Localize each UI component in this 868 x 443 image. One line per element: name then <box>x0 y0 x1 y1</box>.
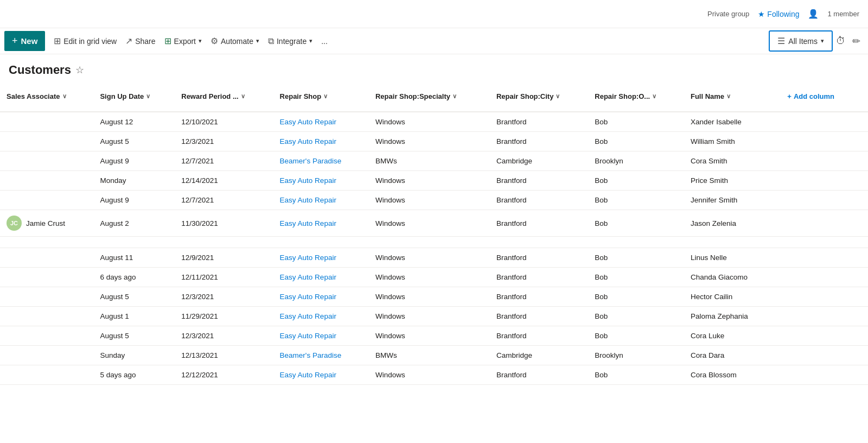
col-sort-sign-up-date[interactable]: Sign Up Date ∨ <box>100 92 150 100</box>
cell-add-column <box>774 268 868 287</box>
table-row <box>0 237 868 248</box>
table-container: Sales Associate ∨ Sign Up Date ∨ Reward … <box>0 81 868 442</box>
cell-sales-associate <box>0 151 93 171</box>
repair-shop-link[interactable]: Easy Auto Repair <box>280 332 336 340</box>
cell-owner: Bob <box>588 210 684 237</box>
cell-repair-shop[interactable] <box>273 237 369 248</box>
new-label: New <box>21 36 38 46</box>
cell-specialty: BMWs <box>369 151 490 171</box>
cell-specialty: Windows <box>369 307 490 326</box>
edit-pencil-button[interactable]: ✏ <box>849 32 864 50</box>
repair-shop-link[interactable]: Easy Auto Repair <box>280 254 336 262</box>
cell-owner: Bob <box>588 307 684 326</box>
cell-sign-up-date: August 2 <box>93 210 175 237</box>
col-header-full-name[interactable]: Full Name ∨ <box>684 81 774 112</box>
cell-sales-associate <box>0 112 93 132</box>
following-button[interactable]: ★ Following <box>758 10 799 18</box>
cell-sign-up-date: August 1 <box>93 307 175 326</box>
repair-shop-link[interactable]: Easy Auto Repair <box>280 118 336 126</box>
cell-repair-shop[interactable]: Easy Auto Repair <box>273 171 369 191</box>
col-header-repair-shop[interactable]: Repair Shop ∨ <box>273 81 369 112</box>
cell-repair-shop[interactable]: Beamer's Paradise <box>273 346 369 365</box>
customers-table: Sales Associate ∨ Sign Up Date ∨ Reward … <box>0 81 868 385</box>
col-header-city[interactable]: Repair Shop:City ∨ <box>490 81 588 112</box>
repair-shop-link[interactable]: Easy Auto Repair <box>280 137 336 145</box>
cell-repair-shop[interactable]: Easy Auto Repair <box>273 287 369 307</box>
cell-repair-shop[interactable]: Beamer's Paradise <box>273 151 369 171</box>
col-header-sign-up-date[interactable]: Sign Up Date ∨ <box>93 81 175 112</box>
table-row: August 1112/9/2021Easy Auto RepairWindow… <box>0 248 868 268</box>
plus-icon: + <box>12 35 18 47</box>
col-sort-specialty[interactable]: Repair Shop:Specialty ∨ <box>375 92 457 100</box>
cell-repair-shop[interactable]: Easy Auto Repair <box>273 191 369 210</box>
col-label-city: Repair Shop:City <box>496 92 553 100</box>
repair-shop-link[interactable]: Easy Auto Repair <box>280 273 336 281</box>
repair-shop-link[interactable]: Beamer's Paradise <box>280 157 342 165</box>
cell-full-name: William Smith <box>684 132 774 151</box>
cell-sign-up-date: 5 days ago <box>93 365 175 385</box>
repair-shop-link[interactable]: Easy Auto Repair <box>280 196 336 204</box>
cell-sales-associate <box>0 287 93 307</box>
sort-arrow-sign-up-date: ∨ <box>146 93 150 100</box>
excel-icon: ⊞ <box>164 36 171 46</box>
automate-label: Automate <box>221 37 253 46</box>
cell-reward-period: 12/9/2021 <box>175 248 273 268</box>
cell-reward-period: 12/10/2021 <box>175 112 273 132</box>
repair-shop-link[interactable]: Easy Auto Repair <box>280 219 336 227</box>
cell-specialty: Windows <box>369 365 490 385</box>
col-sort-city[interactable]: Repair Shop:City ∨ <box>496 92 560 100</box>
sort-arrow-owner: ∨ <box>652 93 656 100</box>
col-sort-full-name[interactable]: Full Name ∨ <box>691 92 731 100</box>
cell-add-column <box>774 191 868 210</box>
automate-chevron-icon: ▾ <box>256 37 259 45</box>
cell-repair-shop[interactable]: Easy Auto Repair <box>273 210 369 237</box>
col-label-owner: Repair Shop:O... <box>595 92 650 100</box>
cell-repair-shop[interactable]: Easy Auto Repair <box>273 307 369 326</box>
sort-arrow-sales-associate: ∨ <box>62 93 67 100</box>
repair-shop-link[interactable]: Easy Auto Repair <box>280 312 336 320</box>
cell-repair-shop[interactable]: Easy Auto Repair <box>273 268 369 287</box>
cell-full-name: Cora Blossom <box>684 365 774 385</box>
all-items-chevron-icon: ▾ <box>821 37 824 45</box>
cell-repair-shop[interactable]: Easy Auto Repair <box>273 132 369 151</box>
repair-shop-link[interactable]: Easy Auto Repair <box>280 293 336 301</box>
col-header-reward-period[interactable]: Reward Period ... ∨ <box>175 81 273 112</box>
cell-repair-shop[interactable]: Easy Auto Repair <box>273 365 369 385</box>
repair-shop-link[interactable]: Beamer's Paradise <box>280 351 342 359</box>
favorite-star-icon[interactable]: ☆ <box>75 64 84 76</box>
clock-button[interactable]: ⏱ <box>833 32 849 50</box>
table-row: Monday12/14/2021Easy Auto RepairWindowsB… <box>0 171 868 191</box>
cell-full-name: Chanda Giacomo <box>684 268 774 287</box>
cell-add-column <box>774 210 868 237</box>
cell-repair-shop[interactable]: Easy Auto Repair <box>273 248 369 268</box>
integrate-chevron-icon: ▾ <box>309 37 312 45</box>
more-button[interactable]: ... <box>317 34 332 49</box>
share-icon: ↗ <box>125 36 132 46</box>
col-header-specialty[interactable]: Repair Shop:Specialty ∨ <box>369 81 490 112</box>
repair-shop-link[interactable]: Easy Auto Repair <box>280 371 336 379</box>
automate-button[interactable]: ⚙ Automate ▾ <box>206 33 264 49</box>
export-button[interactable]: ⊞ Export ▾ <box>160 33 206 49</box>
all-items-button[interactable]: ☰ All Items ▾ <box>769 30 833 52</box>
col-label-full-name: Full Name <box>691 92 724 100</box>
cell-full-name: Price Smith <box>684 171 774 191</box>
col-sort-owner[interactable]: Repair Shop:O... ∨ <box>595 92 656 100</box>
automate-icon: ⚙ <box>210 36 218 46</box>
col-label-sign-up-date: Sign Up Date <box>100 92 144 100</box>
col-sort-repair-shop[interactable]: Repair Shop ∨ <box>280 92 328 100</box>
following-label: Following <box>767 10 799 18</box>
repair-shop-link[interactable]: Easy Auto Repair <box>280 176 336 185</box>
share-button[interactable]: ↗ Share <box>121 33 159 49</box>
col-sort-sales-associate[interactable]: Sales Associate ∨ <box>7 92 67 100</box>
cell-repair-shop[interactable]: Easy Auto Repair <box>273 326 369 346</box>
cell-sign-up-date: August 12 <box>93 112 175 132</box>
col-header-owner[interactable]: Repair Shop:O... ∨ <box>588 81 684 112</box>
col-sort-reward-period[interactable]: Reward Period ... ∨ <box>181 92 245 100</box>
new-button[interactable]: + New <box>4 31 45 51</box>
cell-repair-shop[interactable]: Easy Auto Repair <box>273 112 369 132</box>
edit-grid-button[interactable]: ⊞ Edit in grid view <box>49 33 121 49</box>
col-header-sales-associate[interactable]: Sales Associate ∨ <box>0 81 93 112</box>
add-column-button[interactable]: + Add column <box>781 87 861 106</box>
integrate-button[interactable]: ⧉ Integrate ▾ <box>264 33 317 49</box>
col-header-add-column[interactable]: + Add column <box>774 81 868 112</box>
